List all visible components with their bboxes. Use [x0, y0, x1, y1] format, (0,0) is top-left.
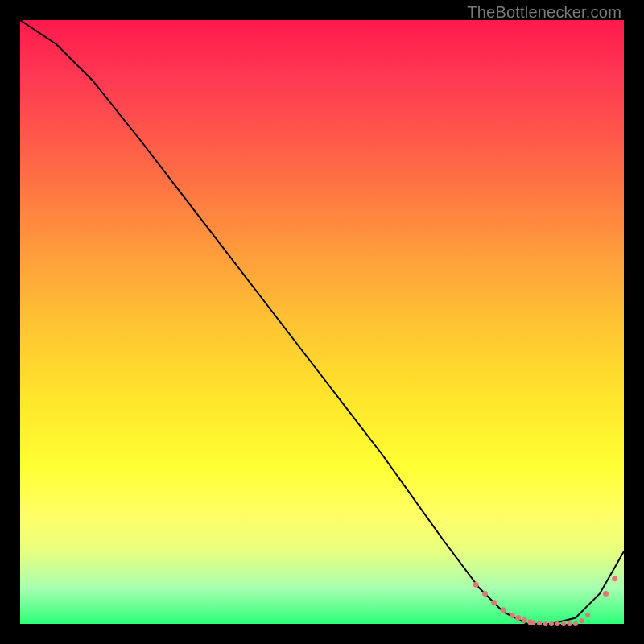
curve-marker	[515, 615, 521, 621]
curve-marker	[531, 621, 536, 625]
curve-path	[20, 20, 624, 624]
curve-marker	[555, 621, 560, 626]
curve-layer	[20, 20, 624, 624]
marker-layer	[473, 576, 618, 626]
curve-marker	[603, 591, 609, 597]
curve-marker	[473, 582, 479, 588]
chart-svg	[20, 20, 624, 624]
curve-marker	[585, 613, 590, 617]
curve-marker	[482, 591, 488, 597]
curve-marker	[501, 607, 506, 613]
curve-marker	[612, 576, 617, 581]
curve-marker	[580, 618, 584, 623]
curve-marker	[537, 621, 542, 625]
curve-marker	[573, 621, 578, 626]
plot-area	[20, 20, 624, 624]
curve-marker	[510, 613, 515, 618]
curve-marker	[568, 621, 572, 626]
curve-marker	[561, 621, 566, 626]
chart-stage: TheBottlenecker.com	[0, 0, 644, 644]
watermark-text: TheBottlenecker.com	[467, 3, 621, 22]
curve-marker	[543, 621, 548, 626]
curve-marker	[549, 621, 554, 626]
curve-marker	[522, 617, 527, 623]
curve-marker	[491, 600, 497, 605]
